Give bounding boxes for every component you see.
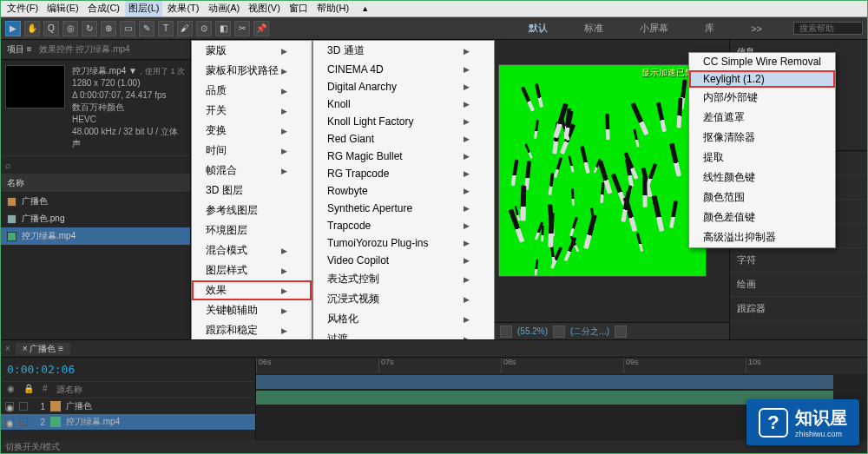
list-item[interactable]: 控刀绿幕.mp4 [0,227,190,245]
selection-tool[interactable]: ▶ [5,21,21,36]
menu-item[interactable]: RG Trapcode▶ [313,165,494,182]
label-color[interactable] [50,401,61,411]
menu-item[interactable]: 帧混合▶ [192,161,312,181]
menu-item[interactable]: 抠像清除器 [689,128,835,148]
menu-item[interactable]: Synthetic Aperture▶ [313,200,494,217]
lock-icon[interactable]: 🔒 [23,384,34,396]
rotate-tool[interactable]: ↻ [82,21,97,36]
menu-help[interactable]: 帮助(H) [313,0,352,16]
name-column-header[interactable]: 名称 [0,174,190,193]
layer-bar[interactable] [256,375,833,389]
menu-item[interactable]: 混合模式▶ [192,240,312,260]
project-search[interactable] [11,161,185,170]
menu-item[interactable]: Trapcode▶ [313,217,494,234]
menu-item[interactable]: 颜色范围 [689,188,835,207]
menu-item[interactable]: 图层样式▶ [192,260,312,280]
menu-item[interactable]: Red Giant▶ [313,130,494,148]
menu-item[interactable]: 变换▶ [192,121,312,141]
orbit-tool[interactable]: ◎ [62,21,78,36]
menu-effect[interactable]: 效果(T) [164,0,202,16]
workspace-standard[interactable]: 标准 [579,22,608,35]
menu-item[interactable]: 3D 图层 [192,181,312,201]
timeline-layer-row[interactable]: ◉2控刀绿幕.mp4 [0,414,255,430]
grid-icon[interactable] [500,326,512,338]
list-item[interactable]: 广播色 [0,193,190,210]
menu-anim[interactable]: 动画(A) [205,0,244,16]
roto-tool[interactable]: ✂ [234,21,250,36]
menu-item[interactable]: Keylight (1.2) [689,70,835,88]
menu-item[interactable]: 开关▶ [192,101,312,121]
menu-item[interactable]: 差值遮罩 [689,108,835,128]
workspace-lib[interactable]: 库 [700,22,720,35]
menu-item[interactable]: 蒙版▶ [192,41,312,61]
menu-window[interactable]: 窗口 [286,0,312,16]
menu-item[interactable]: Knoll Light Factory▶ [313,113,494,130]
menu-item[interactable]: 参考线图层 [192,201,312,220]
menu-item[interactable]: 品质▶ [192,81,312,101]
menu-item[interactable]: 时间▶ [192,141,312,161]
menu-item[interactable]: 效果▶ [192,280,312,300]
menu-item[interactable]: Video Copilot▶ [313,252,494,269]
menu-item[interactable]: Digital Anarchy▶ [313,78,494,95]
project-tab[interactable]: 项目 ≡ [7,43,32,56]
menu-item[interactable]: CINEMA 4D▶ [313,61,494,78]
menu-file[interactable]: 文件(F) [3,0,42,16]
menu-item[interactable]: 跟踪和稳定▶ [192,320,312,340]
workspace-default[interactable]: 默认 [523,22,553,35]
eye-toggle[interactable]: ◉ [5,418,14,426]
panel-header[interactable]: 跟踪器 [730,297,868,321]
text-tool[interactable]: T [158,21,174,36]
close-tab-icon[interactable]: × [5,344,10,353]
keying-submenu[interactable]: CC Simple Wire RemovalKeylight (1.2)内部/外… [688,52,836,248]
menu-layer[interactable]: 图层(L) [125,0,162,16]
camera-icon[interactable] [615,326,627,338]
menu-item[interactable]: 内部/外部键 [689,88,835,108]
menu-item[interactable]: TumoiYorozu Plug-ins▶ [313,234,494,252]
current-time[interactable]: 0:00:02:06 [0,358,255,381]
panel-header[interactable]: 绘画 [730,273,868,297]
menu-item[interactable]: 关键帧辅助▶ [192,300,312,320]
menu-item[interactable]: 3D 通道▶ [313,41,494,61]
workspace-small[interactable]: 小屏幕 [635,22,674,35]
eraser-tool[interactable]: ◧ [215,21,231,36]
menu-item[interactable]: 环境图层 [192,220,312,240]
menu-item[interactable]: Rowbyte▶ [313,182,494,200]
composition-viewer[interactable]: 显示加速已禁用 [498,64,707,277]
puppet-tool[interactable]: 📌 [253,21,269,36]
label-color[interactable] [50,417,61,427]
effect-controls-tab[interactable]: 效果控件 控刀绿幕.mp4 [39,43,130,56]
menu-item[interactable]: 颜色差值键 [689,207,835,227]
menu-item[interactable]: RG Magic Bullet▶ [313,148,494,165]
menu-item[interactable]: 风格化▶ [313,309,494,329]
time-ruler[interactable]: 06s07s08s09s10s [256,358,868,373]
stamp-tool[interactable]: ⊙ [196,21,212,36]
brush-tool[interactable]: 🖌 [177,21,193,36]
zoom-tool[interactable]: Q [43,21,59,36]
menu-comp[interactable]: 合成(C) [84,0,123,16]
menu-view[interactable]: 视图(V) [245,0,284,16]
timeline-layer-row[interactable]: ◉1广播色 [0,398,255,414]
list-item[interactable]: 广播色.png [0,210,190,227]
menu-item[interactable]: Knoll▶ [313,95,494,113]
timeline-tab[interactable]: × 广播色 ≡ [16,343,70,355]
menu-edit[interactable]: 编辑(E) [43,0,82,16]
menubar[interactable]: 文件(F) 编辑(E) 合成(C) 图层(L) 效果(T) 动画(A) 视图(V… [0,0,868,17]
menu-item[interactable]: 提取 [689,148,835,168]
channel-icon[interactable] [553,326,565,338]
toggle-switches[interactable]: 切换开关/模式 [5,441,60,453]
menu-item[interactable]: 线性颜色键 [689,168,835,188]
menu-item[interactable]: 表达式控制▶ [313,269,494,289]
pen-tool[interactable]: ✎ [139,21,155,36]
panel-header[interactable]: 字符 [730,248,868,273]
rect-tool[interactable]: ▭ [120,21,135,36]
menu-item[interactable]: 高级溢出抑制器 [689,227,835,247]
anchor-tool[interactable]: ⊕ [101,21,116,36]
menu-item[interactable]: CC Simple Wire Removal [689,53,835,70]
menu-item[interactable]: 沉浸式视频▶ [313,289,494,309]
help-search[interactable] [793,22,863,35]
workspace-more-icon[interactable]: >> [746,23,767,34]
eye-toggle[interactable]: ◉ [5,402,14,411]
hand-tool[interactable]: ✋ [24,21,40,36]
eye-icon[interactable]: ◉ [7,384,15,396]
menu-item[interactable]: 蒙板和形状路径▶ [192,61,312,81]
